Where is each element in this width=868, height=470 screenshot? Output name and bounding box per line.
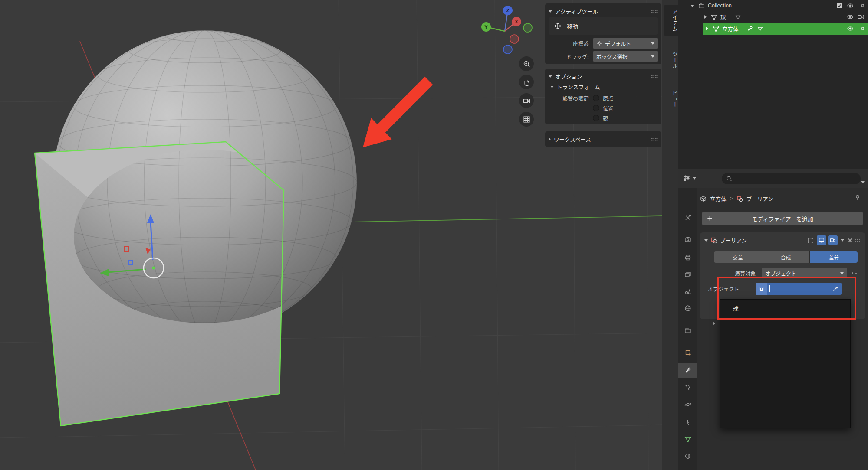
3d-viewport[interactable]: Z X Y [0, 0, 662, 470]
exclude-checkbox[interactable] [836, 2, 843, 9]
op-union[interactable]: 合成 [762, 251, 810, 263]
sphere-name[interactable]: 球 [720, 13, 726, 21]
tab-render-icon[interactable] [678, 232, 697, 247]
locations-checkbox[interactable] [593, 105, 599, 111]
active-tool-panel: アクティブツール 移動 座標系 デフォ [545, 3, 661, 64]
blender-window: Z X Y [0, 0, 868, 470]
render-display-toggle[interactable] [828, 235, 838, 245]
current-tool-row[interactable]: 移動 [549, 17, 658, 35]
tab-object-data-icon[interactable] [678, 432, 697, 447]
chevron-down-icon [549, 10, 552, 13]
drag-mode-dropdown[interactable]: ボックス選択 [593, 51, 658, 62]
tab-view[interactable]: ビュー [664, 87, 680, 111]
disclosure-right-icon[interactable] [704, 15, 707, 19]
parents-label: 親 [603, 114, 608, 122]
chevron-down-icon[interactable] [861, 181, 865, 183]
camera-view-button[interactable] [519, 93, 534, 108]
op-intersect[interactable]: 交差 [714, 251, 762, 263]
grip-icon[interactable] [651, 137, 658, 141]
realtime-display-toggle[interactable] [817, 235, 826, 245]
tab-tool-icon[interactable] [678, 210, 697, 225]
tab-physics-icon[interactable] [678, 397, 697, 412]
operand-type-dropdown[interactable]: オブジェクト [762, 268, 847, 278]
pin-icon[interactable] [854, 194, 861, 201]
tab-collection-icon[interactable] [678, 323, 697, 338]
plus-icon [707, 215, 713, 222]
camera-visibility-icon[interactable] [858, 13, 865, 20]
outliner-row-sphere[interactable]: 球 [678, 11, 868, 23]
workspace-panel: ワークスペース [545, 131, 661, 147]
tab-modifiers-icon[interactable] [678, 363, 697, 378]
tab-output-icon[interactable] [678, 250, 697, 265]
navigation-gizmo[interactable]: Z X Y [473, 1, 538, 57]
add-modifier-button[interactable]: モディファイアーを追加 [702, 212, 863, 225]
eye-icon[interactable] [847, 13, 854, 20]
grip-icon[interactable] [651, 10, 658, 13]
disclosure-down-icon[interactable] [690, 5, 694, 7]
coord-system-dropdown[interactable]: デフォルト [593, 38, 658, 49]
decorator-dot[interactable] [855, 273, 857, 274]
chevron-down-icon [840, 272, 844, 274]
close-icon[interactable] [847, 238, 853, 243]
pan-button[interactable] [519, 75, 534, 89]
chevron-down-icon [651, 42, 654, 45]
cube-object [35, 142, 284, 426]
ortho-toggle-button[interactable] [519, 112, 534, 127]
subpanel-chevron-right-icon[interactable] [713, 319, 715, 327]
breadcrumb-object[interactable]: 立方体 [710, 195, 727, 203]
text-cursor [769, 285, 770, 292]
chevron-down-icon[interactable] [704, 239, 708, 242]
cube-name[interactable]: 立方体 [722, 25, 739, 33]
tab-object-icon[interactable] [678, 345, 697, 360]
modifier-name[interactable]: ブーリアン [720, 236, 747, 245]
breadcrumb: 立方体 > ブーリアン [700, 193, 773, 204]
disclosure-right-icon[interactable] [706, 27, 708, 30]
hand-icon [523, 78, 530, 86]
eye-icon[interactable] [847, 25, 854, 32]
axis-z-label: Z [506, 8, 510, 13]
origins-checkbox[interactable] [593, 95, 599, 101]
outliner-row-cube-selected[interactable]: 立方体 [703, 23, 868, 35]
dropdown-item-sphere[interactable]: 球 [720, 302, 850, 314]
grip-icon[interactable] [651, 75, 658, 78]
tool-name: 移動 [567, 22, 578, 30]
decorator-dot[interactable] [852, 272, 853, 274]
eye-icon[interactable] [847, 2, 854, 9]
grip-icon[interactable] [855, 238, 861, 242]
camera-visibility-icon[interactable] [858, 2, 865, 9]
options-header[interactable]: オプション [549, 71, 658, 82]
tab-item[interactable]: アイテム [664, 5, 680, 36]
object-picker-field[interactable] [756, 283, 842, 295]
modifier-panel-header[interactable]: ブーリアン [700, 234, 865, 246]
annotation-arrow [363, 81, 429, 147]
axis-z-neg-ball [503, 45, 512, 54]
zoom-button[interactable] [519, 56, 534, 71]
origins-label: 原点 [603, 95, 613, 102]
tab-tool[interactable]: ツール [664, 48, 680, 72]
parents-checkbox[interactable] [593, 115, 599, 121]
tab-material-icon[interactable] [678, 449, 697, 463]
properties-icon [683, 174, 690, 182]
eyedropper-icon[interactable] [832, 286, 838, 292]
camera-visibility-icon[interactable] [858, 25, 865, 32]
workspace-title: ワークスペース [554, 135, 591, 144]
tab-constraints-icon[interactable] [678, 415, 697, 430]
op-difference[interactable]: 差分 [810, 251, 858, 263]
breadcrumb-modifier[interactable]: ブーリアン [746, 195, 773, 203]
mesh-data-icon [757, 25, 764, 32]
tab-particles-icon[interactable] [678, 380, 697, 395]
boolean-operation-segments: 交差 合成 差分 [714, 251, 858, 263]
properties-search-input[interactable] [722, 173, 861, 184]
edit-mode-toggle[interactable] [806, 235, 815, 245]
collection-name[interactable]: Collection [708, 3, 732, 9]
operand-type-value: オブジェクト [765, 270, 796, 277]
active-tool-header[interactable]: アクティブツール [549, 6, 658, 16]
tab-world-icon[interactable] [678, 301, 697, 316]
workspace-header[interactable]: ワークスペース [549, 134, 658, 144]
tab-scene-icon[interactable] [678, 284, 697, 299]
outliner-row-collection[interactable]: Collection [678, 0, 868, 11]
tab-view-layer-icon[interactable] [678, 267, 697, 282]
extras-chevron-icon[interactable] [841, 239, 844, 242]
transform-subheader[interactable]: トランスフォーム [550, 82, 658, 92]
editor-type-button[interactable] [683, 174, 696, 182]
